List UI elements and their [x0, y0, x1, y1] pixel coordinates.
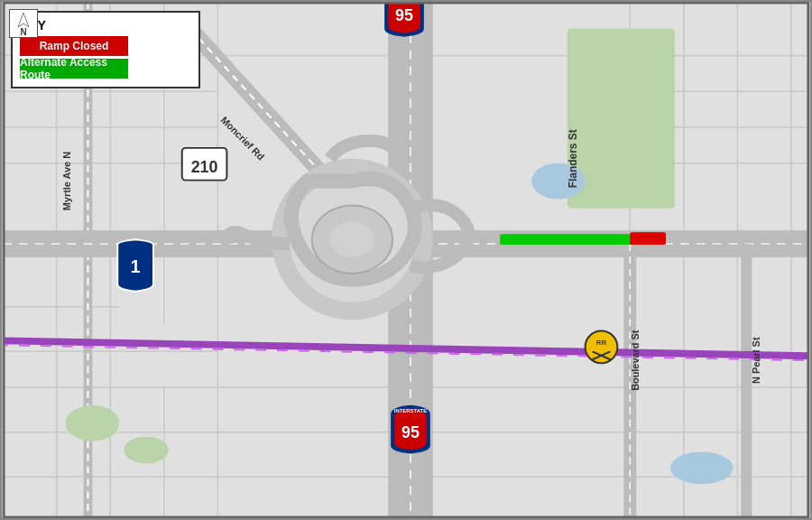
svg-rect-45 — [500, 234, 634, 245]
legend-title: KEY — [20, 18, 191, 32]
svg-text:95: 95 — [401, 423, 420, 441]
north-arrow: N — [9, 9, 38, 38]
svg-text:RR: RR — [596, 339, 607, 347]
svg-marker-69 — [18, 13, 29, 27]
svg-point-65 — [66, 405, 120, 441]
svg-point-41 — [330, 221, 375, 257]
legend-box: KEY Ramp Closed Alternate Access Route — [11, 11, 200, 88]
svg-point-66 — [124, 437, 169, 464]
svg-text:210: 210 — [191, 158, 218, 176]
svg-text:Flanders St: Flanders St — [567, 129, 579, 188]
svg-text:INTERSTATE: INTERSTATE — [394, 408, 427, 413]
svg-point-26 — [670, 452, 734, 485]
svg-text:Boulevard St: Boulevard St — [630, 330, 641, 391]
svg-rect-46 — [630, 232, 666, 245]
svg-text:N: N — [20, 27, 26, 36]
map-container: Flanders St Boulevard St N Pearl St Myrt… — [0, 0, 812, 520]
svg-text:1: 1 — [131, 256, 141, 276]
svg-text:Myrtle Ave N: Myrtle Ave N — [61, 152, 72, 210]
legend-ramp-closed: Ramp Closed — [20, 36, 191, 56]
ramp-closed-swatch: Ramp Closed — [20, 36, 128, 56]
svg-text:N Pearl St: N Pearl St — [751, 337, 761, 384]
alt-route-swatch: Alternate Access Route — [20, 59, 128, 79]
legend-alt-route: Alternate Access Route — [20, 59, 191, 79]
svg-text:95: 95 — [395, 6, 413, 24]
